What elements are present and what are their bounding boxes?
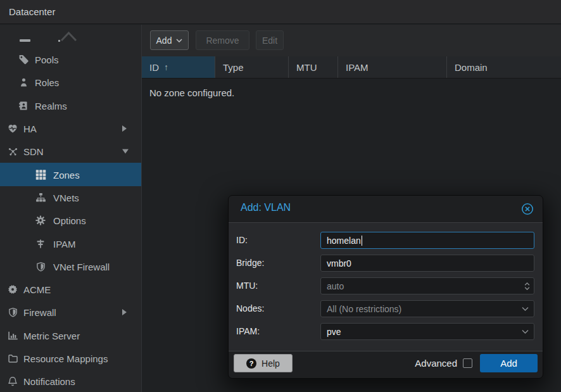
empty-table-message: No zone configured. [149, 87, 234, 98]
bridge-field-label: Bridge: [236, 258, 264, 268]
dialog-actions: Advanced Add [415, 354, 538, 372]
nodes-field-row: Nodes: All (No restrictions) [236, 300, 534, 317]
column-header-domain[interactable]: Domain [447, 56, 561, 78]
column-header-id[interactable]: ID ↑ [142, 56, 215, 78]
bridge-field-row: Bridge: vmbr0 [236, 255, 534, 272]
ipam-field-label: IPAM: [236, 326, 260, 336]
bar-chart-icon [6, 331, 19, 341]
sidebar-item-metric-server[interactable]: Metric Server [0, 324, 141, 347]
edit-button[interactable]: Edit [256, 30, 284, 50]
mtu-field-label: MTU: [236, 281, 258, 291]
clipped-icon-fragment [20, 39, 30, 42]
nodes-field-label: Nodes: [236, 303, 264, 313]
ipam-field-row: IPAM: pve [236, 323, 534, 340]
shield-icon [34, 262, 47, 272]
user-icon [17, 77, 30, 87]
page-title: Datacenter [9, 0, 55, 24]
sidebar-item-realms[interactable]: Realms [0, 94, 141, 117]
sidebar-item-resource-mappings[interactable]: Resource Mappings [0, 347, 141, 370]
ipam-dropdown[interactable]: pve [320, 323, 534, 340]
address-book-icon [17, 101, 30, 111]
chevron-down-icon [522, 307, 529, 311]
id-input[interactable]: homelan [320, 232, 534, 249]
sidebar-item-vnet-firewall[interactable]: VNet Firewall [0, 255, 141, 278]
add-vlan-dialog: Add: VLAN ID: homelan Bridge: vmbr0 MTU:… [228, 195, 543, 379]
sidebar-item-options[interactable]: Options [0, 209, 141, 232]
sidebar-item-vnets[interactable]: VNets [0, 186, 141, 209]
collapse-arrow-icon[interactable] [122, 149, 129, 154]
spinner-arrows-icon[interactable] [524, 282, 530, 290]
close-icon[interactable] [520, 201, 535, 217]
help-button[interactable]: ? Help [234, 354, 293, 372]
tag-icon [17, 54, 30, 65]
expand-arrow-icon[interactable] [122, 125, 127, 132]
sidebar-tree: Pools Roles Realms HA SDN Zones [0, 25, 142, 392]
advanced-checkbox[interactable] [463, 358, 472, 368]
sidebar-item-sdn[interactable]: SDN [0, 140, 141, 163]
bell-icon [6, 376, 19, 386]
column-header-mtu[interactable]: MTU [289, 56, 338, 78]
heartbeat-icon [6, 123, 19, 134]
column-header-ipam[interactable]: IPAM [338, 56, 447, 78]
network-icon [6, 146, 19, 157]
shield-icon [6, 307, 19, 317]
advanced-label: Advanced [415, 358, 457, 369]
dialog-title: Add: VLAN [241, 202, 291, 213]
id-field-row: ID: homelan [236, 232, 534, 249]
id-field-label: ID: [236, 235, 248, 245]
sidebar-item-roles[interactable]: Roles [0, 71, 141, 94]
sort-ascending-icon: ↑ [164, 62, 168, 72]
clipped-caret-fragment [60, 31, 77, 42]
sidebar-item-ha[interactable]: HA [0, 117, 141, 140]
sitemap-icon [34, 193, 47, 203]
add-button[interactable]: Add [150, 30, 189, 50]
sidebar-item-ipam[interactable]: IPAM [0, 232, 141, 255]
mtu-field-row: MTU: auto [236, 277, 534, 294]
ipam-icon [34, 239, 47, 249]
question-mark-icon: ? [246, 358, 256, 369]
sidebar-item-pools[interactable]: Pools [0, 48, 141, 71]
sidebar-item-zones[interactable]: Zones [0, 163, 141, 186]
column-header-type[interactable]: Type [215, 56, 289, 78]
remove-button[interactable]: Remove [196, 30, 249, 50]
mtu-spinner[interactable]: auto [320, 277, 534, 294]
gear-icon [34, 215, 47, 225]
sidebar-item-firewall[interactable]: Firewall [0, 301, 141, 324]
dialog-body: ID: homelan Bridge: vmbr0 MTU: auto Node… [229, 222, 543, 351]
expand-arrow-icon[interactable] [122, 309, 127, 315]
grid-icon [34, 169, 47, 180]
toolbar: Add Remove Edit [142, 25, 561, 56]
folder-icon [6, 353, 19, 364]
bridge-input[interactable]: vmbr0 [320, 255, 534, 272]
certificate-icon [6, 284, 19, 294]
sidebar-item-notifications[interactable]: Notifications [0, 370, 141, 392]
nodes-dropdown[interactable]: All (No restrictions) [320, 300, 534, 317]
sidebar-item-partial[interactable] [0, 25, 141, 48]
chevron-down-icon [176, 39, 182, 42]
chevron-down-icon [522, 329, 529, 334]
table-header: ID ↑ Type MTU IPAM Domain [142, 56, 561, 79]
top-bar: Datacenter [0, 0, 561, 24]
sidebar-item-acme[interactable]: ACME [0, 278, 141, 301]
text-cursor [362, 236, 362, 246]
submit-add-button[interactable]: Add [480, 354, 538, 372]
